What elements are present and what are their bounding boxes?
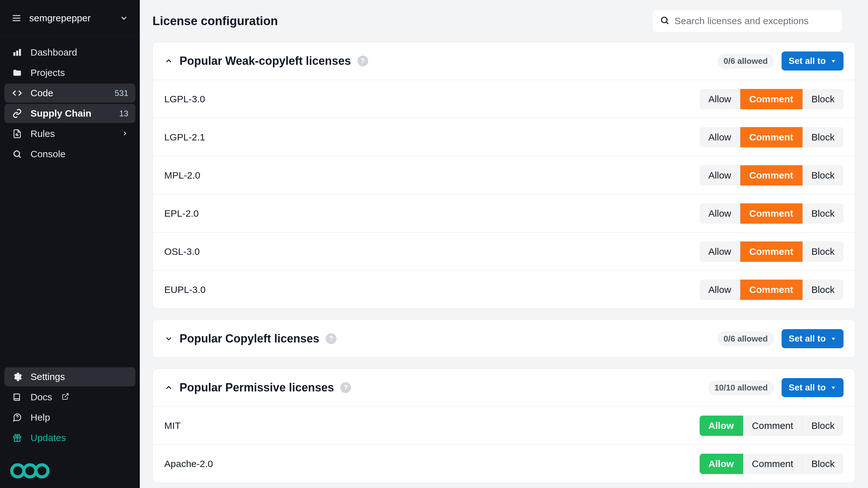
block-button[interactable]: Block [803,241,843,262]
license-row: MPL-2.0AllowCommentBlock [153,156,855,194]
set-all-button[interactable]: Set all to [782,329,843,348]
chevron-down-icon [120,14,128,23]
block-button[interactable]: Block [803,416,843,436]
sidebar-item-updates[interactable]: Updates [4,428,135,447]
search-input[interactable] [675,16,835,26]
svg-line-8 [19,156,21,158]
sidebar-item-label: Dashboard [31,47,77,58]
block-button[interactable]: Block [803,165,843,186]
comment-button[interactable]: Comment [740,165,802,186]
help-icon[interactable]: ? [326,333,337,344]
main-content: License configuration Popular Weak-copyl… [140,0,868,488]
sidebar-item-supply-chain[interactable]: Supply Chain 13 [4,104,135,123]
license-name: OSL-3.0 [164,246,700,257]
sidebar: semgrepepper Dashboard Projects [0,0,140,488]
gift-icon [11,433,23,443]
section-header[interactable]: Popular Weak-copyleft licenses?0/6 allow… [153,42,855,80]
sidebar-item-label: Code [31,88,53,98]
svg-rect-5 [19,49,21,56]
chevron-down-icon[interactable] [164,334,173,343]
license-action-group: AllowCommentBlock [700,89,843,109]
allow-button[interactable]: Allow [700,241,741,262]
chevron-up-icon[interactable] [164,57,173,65]
allow-button[interactable]: Allow [700,416,743,436]
org-switcher[interactable]: semgrepepper [0,0,140,36]
menu-icon [11,13,22,23]
allow-button[interactable]: Allow [700,165,741,186]
allow-button[interactable]: Allow [700,280,741,300]
license-action-group: AllowCommentBlock [700,165,843,186]
allow-button[interactable]: Allow [700,454,743,474]
allow-button[interactable]: Allow [700,127,741,147]
help-icon[interactable]: ? [358,56,368,66]
license-action-group: AllowCommentBlock [700,203,843,224]
block-button[interactable]: Block [803,89,843,109]
set-all-button[interactable]: Set all to [782,52,843,70]
comment-button[interactable]: Comment [740,280,802,300]
section-header[interactable]: Popular Permissive licenses?10/10 allowe… [153,369,855,406]
sidebar-item-label: Console [31,149,65,159]
sidebar-item-projects[interactable]: Projects [4,63,135,82]
set-all-button[interactable]: Set all to [782,378,843,397]
sidebar-item-label: Settings [31,371,65,382]
set-all-label: Set all to [788,383,826,393]
block-button[interactable]: Block [803,203,843,224]
license-name: EUPL-3.0 [164,284,700,295]
comment-button[interactable]: Comment [743,454,803,474]
allow-button[interactable]: Allow [700,89,741,109]
license-name: LGPL-3.0 [164,94,700,104]
section-header[interactable]: Popular Copyleft licenses?0/6 allowedSet… [153,320,855,358]
sidebar-item-docs[interactable]: Docs [4,388,135,407]
svg-marker-17 [832,338,835,340]
help-icon [11,413,23,422]
block-button[interactable]: Block [803,454,843,474]
comment-button[interactable]: Comment [740,203,802,224]
search-icon [11,149,23,159]
license-section: Popular Copyleft licenses?0/6 allowedSet… [153,319,855,358]
sidebar-nav: Dashboard Projects Code 531 [0,36,140,457]
chevron-up-icon[interactable] [164,383,173,392]
set-all-label: Set all to [788,334,826,344]
comment-button[interactable]: Comment [743,416,803,436]
search-field[interactable] [652,9,843,32]
license-row: MITAllowCommentBlock [153,406,855,445]
license-action-group: AllowCommentBlock [700,454,843,474]
block-button[interactable]: Block [803,280,843,300]
code-icon [11,88,23,98]
svg-rect-4 [17,51,18,56]
license-row: EPL-2.0AllowCommentBlock [153,194,855,232]
license-name: MPL-2.0 [164,170,700,181]
gear-icon [11,372,23,382]
comment-button[interactable]: Comment [740,89,802,109]
license-action-group: AllowCommentBlock [700,280,843,300]
allowed-count-badge: 0/6 allowed [717,331,774,346]
license-name: MIT [164,420,700,431]
set-all-label: Set all to [788,56,826,66]
sidebar-item-rules[interactable]: Rules [4,124,135,143]
svg-marker-18 [832,387,835,389]
sidebar-item-label: Docs [31,392,52,402]
block-button[interactable]: Block [803,127,843,147]
license-name: LGPL-2.1 [164,132,700,143]
section-title: Popular Weak-copyleft licenses [180,54,351,68]
org-name: semgrepepper [29,13,112,24]
license-name: EPL-2.0 [164,208,700,219]
sidebar-item-console[interactable]: Console [4,145,135,163]
sidebar-item-settings[interactable]: Settings [4,367,135,386]
sidebar-item-help[interactable]: Help [4,408,135,427]
folder-icon [11,68,23,78]
help-icon[interactable]: ? [340,382,351,393]
sidebar-item-dashboard[interactable]: Dashboard [4,43,135,62]
sidebar-item-code[interactable]: Code 531 [4,84,135,102]
license-row: Apache-2.0AllowCommentBlock [153,445,855,483]
allow-button[interactable]: Allow [700,203,741,224]
chevron-right-icon [121,128,128,139]
badge-count: 13 [119,109,128,119]
sidebar-item-label: Help [31,412,50,423]
allowed-count-badge: 0/6 allowed [717,54,774,69]
license-row: LGPL-2.1AllowCommentBlock [153,118,855,156]
allowed-count-badge: 10/10 allowed [708,380,774,395]
comment-button[interactable]: Comment [740,241,802,262]
sidebar-item-label: Rules [31,128,55,139]
comment-button[interactable]: Comment [740,127,802,147]
